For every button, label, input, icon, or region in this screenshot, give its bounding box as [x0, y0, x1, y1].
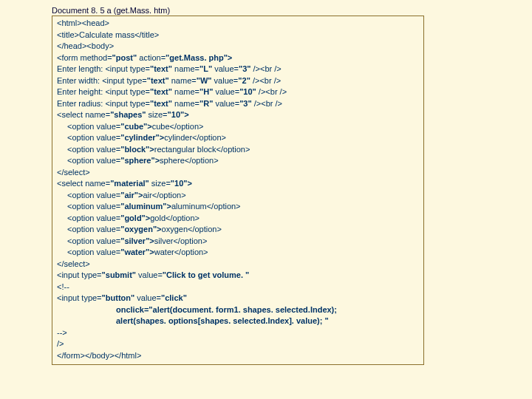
- code-line: <!--: [57, 282, 419, 293]
- code-line: </select>: [57, 259, 419, 270]
- code-line: <form method="post" action="get.Mass. ph…: [57, 52, 419, 64]
- code-line: </form></body></html>: [57, 350, 419, 362]
- code-line: </select>: [57, 167, 419, 179]
- code-line: Enter width: <input type="text" name="W"…: [57, 75, 419, 87]
- code-line: alert(shapes. options[shapes. selected.I…: [57, 316, 419, 327]
- code-line: <html><head>: [57, 18, 419, 30]
- code-line: <option value="air">air</option>: [57, 190, 419, 202]
- code-line: <option value="cube">cube</option>: [57, 121, 419, 133]
- code-line: Enter length: <input type="text" name="L…: [57, 64, 419, 75]
- code-line: <option value="oxygen">oxygen</option>: [57, 224, 419, 236]
- code-line: -->: [57, 327, 419, 339]
- code-line: <option value="water">water</option>: [57, 247, 419, 259]
- code-line: <input type="button" value="click": [57, 293, 419, 304]
- code-line: />: [57, 338, 419, 350]
- code-line: <select name="material" size="10">: [57, 178, 419, 190]
- code-line: <option value="silver">silver</option>: [57, 236, 419, 248]
- code-line: </head><body>: [57, 41, 419, 52]
- code-line: <title>Calculate mass</title>: [57, 30, 419, 41]
- code-line: onclick="alert(document. form1. shapes. …: [57, 304, 419, 316]
- code-line: Enter radius: <input type="text" name="R…: [57, 98, 419, 110]
- code-line: <input type="submit" value="Click to get…: [57, 270, 419, 282]
- code-line: <option value="aluminum">aluminum</optio…: [57, 201, 419, 213]
- document-title: Document 8. 5 a (get.Mass. htm): [52, 6, 532, 15]
- code-line: <option value="cylinder">cylinder</optio…: [57, 132, 419, 144]
- code-line: <option value="block">rectangular block<…: [57, 144, 419, 156]
- code-line: <select name="shapes" size="10">: [57, 109, 419, 121]
- code-line: <option value="gold">gold</option>: [57, 213, 419, 225]
- code-listing: <html><head> <title>Calculate mass</titl…: [52, 16, 424, 365]
- code-line: <option value="sphere">sphere</option>: [57, 155, 419, 167]
- code-line: Enter height: <input type="text" name="H…: [57, 86, 419, 98]
